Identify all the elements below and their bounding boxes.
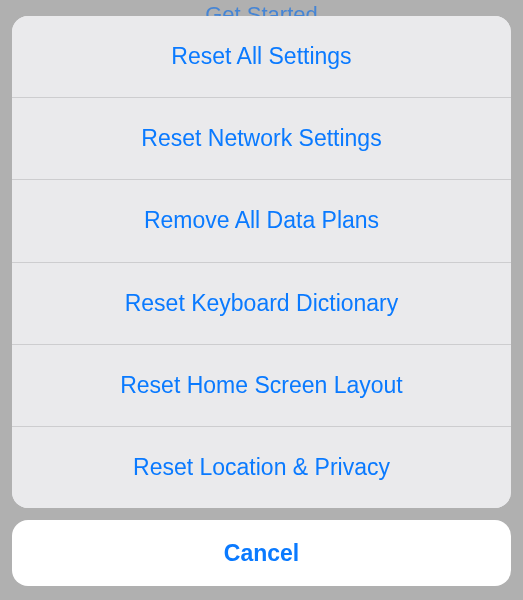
remove-all-data-plans-option[interactable]: Remove All Data Plans: [12, 180, 511, 262]
reset-network-settings-option[interactable]: Reset Network Settings: [12, 98, 511, 180]
reset-all-settings-option[interactable]: Reset All Settings: [12, 16, 511, 98]
cancel-label: Cancel: [224, 540, 299, 567]
option-label: Reset Location & Privacy: [133, 454, 390, 481]
option-label: Reset All Settings: [171, 43, 351, 70]
cancel-button[interactable]: Cancel: [12, 520, 511, 586]
reset-home-screen-layout-option[interactable]: Reset Home Screen Layout: [12, 345, 511, 427]
action-sheet: Reset All Settings Reset Network Setting…: [12, 16, 511, 586]
option-label: Reset Home Screen Layout: [120, 372, 403, 399]
option-label: Remove All Data Plans: [144, 207, 379, 234]
options-group: Reset All Settings Reset Network Setting…: [12, 16, 511, 508]
option-label: Reset Keyboard Dictionary: [125, 290, 399, 317]
option-label: Reset Network Settings: [141, 125, 381, 152]
reset-location-privacy-option[interactable]: Reset Location & Privacy: [12, 427, 511, 508]
reset-keyboard-dictionary-option[interactable]: Reset Keyboard Dictionary: [12, 263, 511, 345]
